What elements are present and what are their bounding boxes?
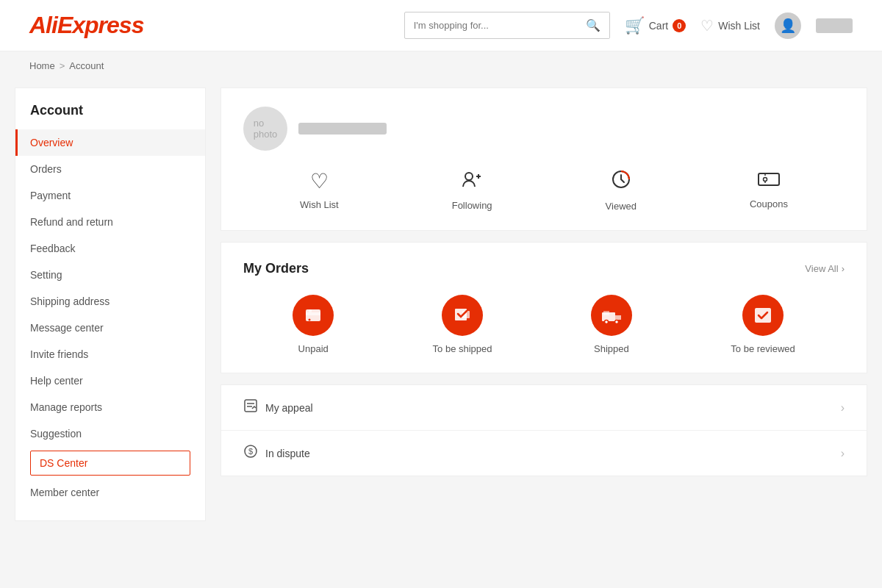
breadcrumb-home[interactable]: Home: [29, 60, 55, 71]
svg-point-9: [309, 319, 311, 321]
my-appeal-item[interactable]: My appeal ›: [221, 385, 867, 431]
avatar: nophoto: [243, 107, 287, 151]
svg-point-6: [763, 178, 767, 182]
sidebar-item-feedback[interactable]: Feedback: [15, 235, 205, 262]
unpaid-label: Unpaid: [298, 343, 329, 354]
sidebar-item-overview[interactable]: Overview: [15, 129, 205, 156]
sidebar-title: Account: [15, 103, 205, 129]
in-dispute-left: $ In dispute: [243, 444, 310, 462]
quick-link-wishlist[interactable]: ♡ Wish List: [300, 169, 339, 212]
page-layout: Account OverviewOrdersPaymentRefund and …: [0, 80, 882, 521]
sidebar-item-message-center[interactable]: Message center: [15, 315, 205, 341]
username-placeholder: [298, 123, 387, 135]
appeal-icon: [243, 398, 258, 417]
header: AliExpress 🔍 🛒 Cart 0 ♡ Wish List 👤: [0, 0, 882, 51]
order-items: Unpaid To be shipped: [243, 295, 845, 354]
sidebar-item-help-center[interactable]: Help center: [15, 368, 205, 394]
following-link-label: Following: [452, 200, 492, 211]
quick-link-following[interactable]: Following: [452, 169, 492, 212]
sidebar-item-invite-friends[interactable]: Invite friends: [15, 341, 205, 368]
sidebar-item-refund-and-return[interactable]: Refund and return: [15, 209, 205, 235]
unpaid-icon-wrap: [293, 295, 334, 336]
dispute-icon: $: [243, 444, 258, 462]
orders-title: My Orders: [243, 261, 309, 276]
dispute-chevron-icon: ›: [841, 447, 845, 460]
wishlist-link-label: Wish List: [300, 199, 339, 210]
to-be-reviewed-label: To be reviewed: [731, 343, 795, 354]
orders-card: My Orders View All ›: [220, 242, 867, 373]
coupons-icon: [758, 169, 780, 193]
sidebar-item-orders[interactable]: Orders: [15, 156, 205, 182]
shipped-label: Shipped: [594, 343, 629, 354]
cart-icon: 🛒: [625, 16, 645, 35]
view-all-button[interactable]: View All ›: [805, 263, 845, 274]
breadcrumb-separator: >: [60, 60, 65, 71]
header-actions: 🔍 🛒 Cart 0 ♡ Wish List 👤: [404, 12, 853, 39]
heart-icon: ♡: [700, 17, 714, 35]
svg-point-14: [604, 320, 608, 324]
search-input[interactable]: [405, 14, 577, 37]
following-icon: [462, 169, 482, 194]
coupons-link-label: Coupons: [750, 198, 788, 209]
cart-label: Cart: [649, 20, 668, 32]
search-bar: 🔍: [404, 12, 610, 39]
sidebar-item-suggestion[interactable]: Suggestion: [15, 420, 205, 447]
order-to-be-shipped[interactable]: To be shipped: [433, 295, 492, 354]
orders-header: My Orders View All ›: [243, 261, 845, 276]
svg-rect-16: [603, 311, 609, 315]
svg-rect-17: [755, 308, 771, 323]
appeal-chevron-icon: ›: [841, 401, 845, 415]
order-shipped[interactable]: Shipped: [591, 295, 632, 354]
chevron-right-icon: ›: [842, 263, 845, 274]
viewed-icon: [611, 169, 631, 195]
viewed-link-label: Viewed: [606, 201, 637, 212]
wishlist-label: Wish List: [718, 20, 760, 32]
sidebar-item-member-center[interactable]: Member center: [15, 479, 205, 506]
wishlist-icon: ♡: [310, 169, 329, 193]
sidebar-item-manage-reports[interactable]: Manage reports: [15, 394, 205, 420]
quick-links: ♡ Wish List Following: [243, 169, 845, 212]
my-appeal-label: My appeal: [265, 402, 313, 414]
cart-button[interactable]: 🛒 Cart 0: [625, 16, 686, 35]
profile-card: nophoto ♡ Wish List: [220, 87, 867, 231]
svg-text:$: $: [248, 447, 253, 456]
avatar-icon: nophoto: [254, 118, 278, 140]
svg-rect-10: [309, 309, 312, 312]
search-button[interactable]: 🔍: [577, 12, 609, 38]
main-content: nophoto ♡ Wish List: [220, 87, 867, 521]
sidebar-item-shipping-address[interactable]: Shipping address: [15, 288, 205, 315]
in-dispute-item[interactable]: $ In dispute ›: [221, 431, 867, 476]
breadcrumb: Home > Account: [0, 51, 882, 80]
cart-count: 0: [673, 19, 686, 32]
profile-top: nophoto: [243, 107, 845, 151]
svg-rect-4: [759, 173, 779, 185]
user-avatar[interactable]: 👤: [775, 12, 801, 39]
svg-rect-8: [306, 312, 320, 315]
svg-point-0: [465, 173, 473, 180]
search-icon: 🔍: [586, 19, 600, 32]
sidebar-item-payment[interactable]: Payment: [15, 182, 205, 209]
in-dispute-label: In dispute: [265, 448, 310, 459]
svg-point-15: [614, 320, 618, 324]
username-display: [816, 18, 853, 33]
sidebar-nav: OverviewOrdersPaymentRefund and returnFe…: [15, 129, 205, 506]
wishlist-button[interactable]: ♡ Wish List: [700, 17, 760, 35]
view-all-label: View All: [805, 263, 838, 274]
sidebar: Account OverviewOrdersPaymentRefund and …: [15, 87, 206, 521]
breadcrumb-current: Account: [69, 60, 104, 71]
extra-card: My appeal › $ In dispute ›: [220, 384, 867, 476]
order-to-be-reviewed[interactable]: To be reviewed: [731, 295, 795, 354]
to-be-shipped-label: To be shipped: [433, 343, 492, 354]
quick-link-viewed[interactable]: Viewed: [606, 169, 637, 212]
sidebar-item-ds-center[interactable]: DS Center: [30, 451, 190, 476]
my-appeal-left: My appeal: [243, 398, 313, 417]
shipped-icon-wrap: [591, 295, 632, 336]
user-icon: 👤: [780, 18, 796, 34]
to-be-shipped-icon-wrap: [442, 295, 483, 336]
to-be-reviewed-icon-wrap: [742, 295, 784, 336]
order-unpaid[interactable]: Unpaid: [293, 295, 334, 354]
sidebar-item-setting[interactable]: Setting: [15, 262, 205, 288]
logo[interactable]: AliExpress: [29, 12, 143, 39]
svg-rect-18: [245, 400, 257, 412]
quick-link-coupons[interactable]: Coupons: [750, 169, 788, 212]
